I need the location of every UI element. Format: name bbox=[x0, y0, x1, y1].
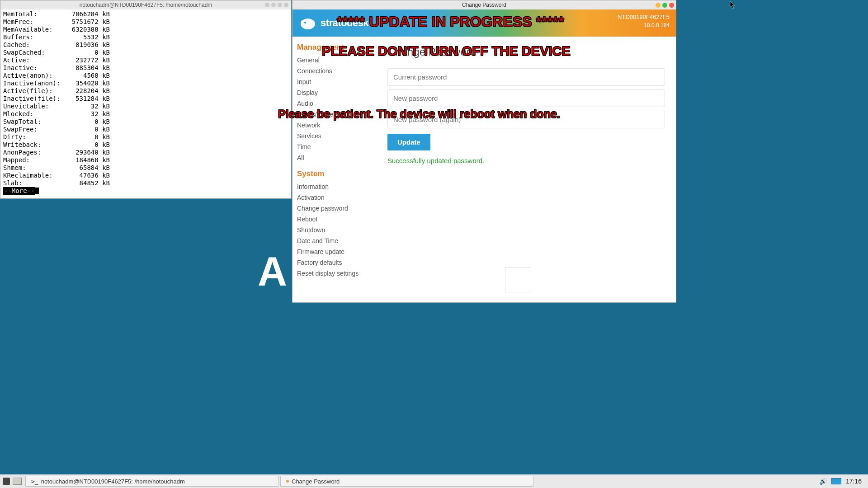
sidebar: Management GeneralConnectionsInputDispla… bbox=[292, 37, 378, 302]
brand-logo-icon bbox=[299, 15, 317, 31]
sidebar-item-display[interactable]: Display bbox=[297, 87, 374, 98]
sidebar-item-information[interactable]: Information bbox=[297, 181, 374, 192]
current-password-input[interactable] bbox=[387, 68, 665, 86]
sidebar-item-time[interactable]: Time bbox=[297, 141, 374, 152]
terminal-cursor-icon bbox=[35, 188, 39, 194]
app-titlebar[interactable]: Change Password bbox=[292, 0, 676, 9]
svg-point-0 bbox=[301, 19, 315, 29]
minimize-icon[interactable] bbox=[656, 3, 660, 8]
main-pane: Change Password Update Successfully upda… bbox=[378, 37, 676, 302]
sidebar-item-date-and-time[interactable]: Date and Time bbox=[297, 235, 374, 246]
update-button[interactable]: Update bbox=[387, 134, 430, 150]
overlay-please-be-patient: Please be patient. The device will reboo… bbox=[278, 108, 560, 121]
app-body: Management GeneralConnectionsInputDispla… bbox=[292, 37, 676, 302]
clock[interactable]: 17:16 bbox=[846, 478, 862, 485]
desktop-letter: A bbox=[258, 249, 287, 295]
system-tray: 🔊 17:16 bbox=[819, 478, 868, 485]
sidebar-item-connections[interactable]: Connections bbox=[297, 66, 374, 76]
sidebar-item-shutdown[interactable]: Shutdown bbox=[297, 225, 374, 235]
mouse-cursor-icon bbox=[730, 1, 736, 9]
taskbar-terminal-label: notouchadm@NTD00190F4627F5: /home/notouc… bbox=[41, 478, 185, 485]
close-icon[interactable] bbox=[669, 3, 674, 8]
terminal-window-controls bbox=[265, 3, 288, 7]
more-prompt[interactable]: --More-- bbox=[3, 187, 35, 195]
sidebar-item-change-password[interactable]: Change password bbox=[297, 203, 374, 214]
sidebar-item-reboot[interactable]: Reboot bbox=[297, 214, 374, 225]
terminal-body[interactable]: MemTotal: 7066284 kB MemFree: 5751672 kB… bbox=[0, 9, 291, 196]
file-manager-icon[interactable] bbox=[13, 478, 22, 485]
maximize-icon[interactable] bbox=[662, 3, 667, 8]
dot-icon[interactable] bbox=[284, 3, 288, 7]
start-menu-icon[interactable] bbox=[3, 478, 10, 485]
device-id: NTD00190F4627F5 bbox=[618, 14, 670, 20]
taskbar-button-change-password[interactable]: Change Password bbox=[280, 476, 533, 487]
sidebar-section-system: System bbox=[297, 169, 374, 178]
dot-icon[interactable] bbox=[278, 3, 282, 7]
dot-icon[interactable] bbox=[265, 3, 269, 7]
app-dot-icon bbox=[286, 480, 289, 483]
sidebar-item-activation[interactable]: Activation bbox=[297, 192, 374, 203]
svg-point-1 bbox=[304, 22, 306, 23]
sidebar-item-reset-display-settings[interactable]: Reset display settings bbox=[297, 268, 374, 279]
overlay-dont-turn-off: PLEASE DON'T TURN OFF THE DEVICE bbox=[322, 44, 571, 59]
taskbar-app-label: Change Password bbox=[292, 478, 340, 485]
dot-icon[interactable] bbox=[271, 3, 276, 7]
taskbar: >_ notouchadm@NTD00190F4627F5: /home/not… bbox=[0, 474, 868, 488]
sidebar-item-services[interactable]: Services bbox=[297, 131, 374, 141]
sound-icon[interactable]: 🔊 bbox=[819, 478, 827, 485]
device-ip: 10.0.0.184 bbox=[644, 22, 670, 28]
overlay-update-in-progress: ***** UPDATE IN PROGRESS ***** bbox=[337, 14, 564, 30]
terminal-window: notouchadm@NTD00190F4627F5: /home/notouc… bbox=[0, 0, 292, 199]
terminal-icon: >_ bbox=[31, 478, 38, 485]
network-icon[interactable] bbox=[831, 478, 841, 484]
taskbar-button-terminal[interactable]: >_ notouchadm@NTD00190F4627F5: /home/not… bbox=[25, 476, 278, 487]
sidebar-item-all[interactable]: All bbox=[297, 152, 374, 163]
sidebar-item-input[interactable]: Input bbox=[297, 76, 374, 87]
window-controls bbox=[656, 3, 674, 8]
success-message: Successfully updated password. bbox=[387, 157, 665, 164]
sidebar-item-network[interactable]: Network bbox=[297, 120, 374, 131]
terminal-titlebar[interactable]: notouchadm@NTD00190F4627F5: /home/notouc… bbox=[0, 0, 291, 9]
terminal-title: notouchadm@NTD00190F4627F5: /home/notouc… bbox=[80, 2, 212, 8]
sidebar-item-firmware-update[interactable]: Firmware update bbox=[297, 246, 374, 257]
app-window-title: Change Password bbox=[462, 2, 506, 8]
new-password-input[interactable] bbox=[387, 89, 665, 107]
loading-box bbox=[505, 267, 530, 292]
sidebar-item-factory-defaults[interactable]: Factory defaults bbox=[297, 257, 374, 268]
